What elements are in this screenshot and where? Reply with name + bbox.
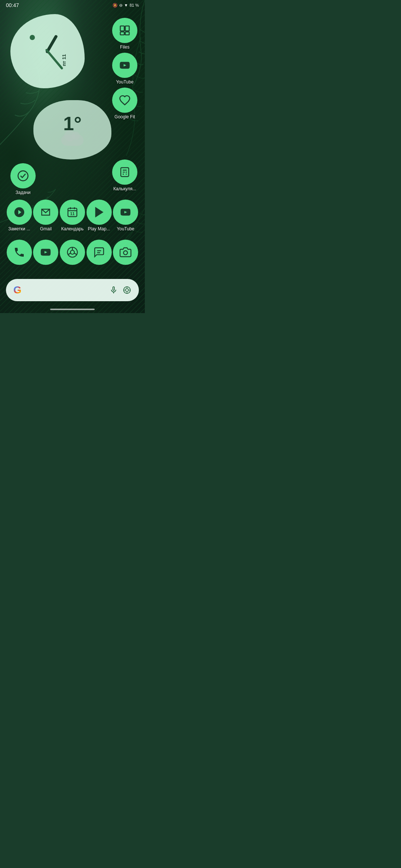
clock-date: пт 11: [61, 54, 67, 66]
calc-label: Калькуля...: [113, 186, 136, 191]
files-label: Files: [120, 45, 129, 50]
wifi-icon: ▼: [124, 3, 128, 7]
app-icon-tasks[interactable]: Задачи: [10, 163, 36, 195]
app-icon-phone[interactable]: [7, 240, 32, 265]
svg-rect-0: [120, 26, 124, 31]
youtube-top-icon-circle: [112, 53, 137, 78]
clock-widget[interactable]: пт 11: [10, 14, 85, 88]
battery-text: 81 %: [130, 3, 139, 7]
dnd-icon: ⊖: [119, 3, 123, 8]
status-time: 00:47: [6, 2, 19, 8]
calendar-label: Календарь: [61, 226, 84, 231]
calendar-icon-circle: 11: [60, 200, 85, 225]
status-icons: 🔕 ⊖ ▼ 81 %: [113, 3, 139, 8]
app-icon-camera[interactable]: [113, 240, 138, 265]
weather-icon: [61, 135, 84, 146]
svg-rect-5: [121, 168, 128, 177]
app-icon-messages[interactable]: [87, 240, 112, 265]
right-icon-column: Files YouTube Google Fit: [112, 18, 137, 119]
home-indicator[interactable]: [50, 309, 95, 310]
phone-icon-circle: [7, 240, 32, 265]
weather-temperature: 1°: [63, 114, 82, 133]
svg-point-4: [18, 171, 28, 181]
app-icon-gmail[interactable]: Gmail: [33, 200, 58, 231]
notes-icon-circle: [7, 200, 32, 225]
app-icon-calendar[interactable]: 11 Календарь: [60, 200, 85, 231]
mute-icon: 🔕: [113, 3, 118, 8]
mic-icon[interactable]: [109, 286, 118, 295]
chrome-icon-circle: [60, 240, 85, 265]
app-icon-files[interactable]: Files: [112, 18, 137, 50]
app-icon-notes[interactable]: Заметки ...: [7, 200, 32, 231]
gmail-label: Gmail: [40, 226, 52, 231]
youtube-top-label: YouTube: [116, 79, 133, 85]
clock-face: пт 11: [22, 25, 74, 77]
app-icon-youtube-top[interactable]: YouTube: [112, 53, 137, 85]
app-icon-google-fit[interactable]: Google Fit: [112, 88, 137, 119]
tasks-icon-circle: [10, 163, 36, 188]
messages-icon-circle: [87, 240, 112, 265]
playstore-icon-circle: [87, 200, 112, 225]
gmail-icon-circle: [33, 200, 58, 225]
cloud-icon: [61, 135, 84, 146]
weather-widget[interactable]: 1°: [33, 100, 111, 160]
youtube-mid-label: YouTube: [117, 226, 134, 231]
app-icon-chrome[interactable]: [60, 240, 85, 265]
clock-dot: [30, 35, 35, 40]
notes-label: Заметки ...: [8, 226, 30, 231]
app-icon-youtube-dock[interactable]: [33, 240, 58, 265]
search-bar[interactable]: G: [6, 279, 139, 301]
clock-blob: пт 11: [10, 14, 85, 88]
svg-rect-3: [125, 32, 129, 35]
app-icon-youtube-mid[interactable]: YouTube: [113, 200, 138, 231]
lens-icon[interactable]: [123, 286, 131, 295]
files-icon-circle: [112, 18, 137, 43]
tasks-label: Задачи: [16, 190, 30, 195]
app-icon-playstore[interactable]: Play Мар...: [87, 200, 112, 231]
svg-point-26: [124, 251, 128, 255]
clock-minute-hand: [45, 49, 63, 70]
fit-icon-circle: [112, 88, 137, 113]
playstore-label: Play Мар...: [88, 226, 110, 231]
middle-icon-row: Заметки ... Gmail 11: [0, 200, 145, 231]
svg-text:11: 11: [70, 211, 75, 216]
google-logo: G: [13, 284, 22, 296]
camera-icon-circle: [113, 240, 138, 265]
fit-label: Google Fit: [114, 114, 135, 119]
status-bar: 00:47 🔕 ⊖ ▼ 81 %: [0, 0, 145, 10]
calc-icon-circle: [112, 160, 137, 185]
svg-rect-2: [120, 32, 124, 35]
youtube-mid-icon-circle: [113, 200, 138, 225]
svg-point-20: [71, 250, 75, 254]
youtube-dock-icon-circle: [33, 240, 58, 265]
svg-point-28: [125, 289, 128, 292]
dock-row: [0, 240, 145, 265]
svg-rect-1: [125, 26, 129, 31]
app-icon-calculator[interactable]: Калькуля...: [112, 160, 137, 191]
